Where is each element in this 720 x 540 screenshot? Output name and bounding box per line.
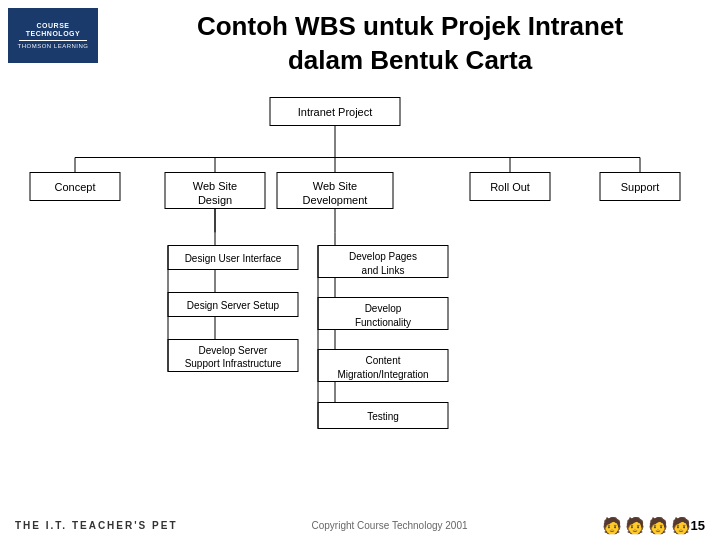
footer-copyright: Copyright Course Technology 2001 <box>178 520 602 531</box>
svg-text:Functionality: Functionality <box>355 317 411 328</box>
svg-text:Development: Development <box>303 194 368 206</box>
page-number: 15 <box>691 518 705 533</box>
svg-text:Design User Interface: Design User Interface <box>185 253 282 264</box>
logo-line2: THOMSON LEARNING <box>17 43 88 49</box>
svg-text:Develop Pages: Develop Pages <box>349 251 417 262</box>
svg-text:Testing: Testing <box>367 411 399 422</box>
title-text: Contoh WBS untuk Projek Intranet dalam B… <box>110 10 710 78</box>
svg-text:Develop Server: Develop Server <box>199 345 269 356</box>
svg-text:and Links: and Links <box>362 265 405 276</box>
figure-1: 🧑 <box>602 516 622 535</box>
svg-text:Concept: Concept <box>55 181 96 193</box>
logo-divider <box>19 40 88 41</box>
footer: THE I.T. TEACHER'S PET Copyright Course … <box>0 516 720 535</box>
svg-text:Develop: Develop <box>365 303 402 314</box>
page-title: Contoh WBS untuk Projek Intranet dalam B… <box>110 10 710 78</box>
svg-text:Content: Content <box>365 355 400 366</box>
figure-3: 🧑 <box>648 516 668 535</box>
svg-text:Roll Out: Roll Out <box>490 181 530 193</box>
svg-text:Web Site: Web Site <box>193 180 237 192</box>
footer-logo-text: THE I.T. TEACHER'S PET <box>15 520 178 531</box>
wbs-chart: Intranet Project Concept Web Site Design… <box>20 85 700 500</box>
svg-text:Migration/Integration: Migration/Integration <box>337 369 428 380</box>
svg-text:Design Server Setup: Design Server Setup <box>187 300 280 311</box>
footer-figures: 🧑 🧑 🧑 🧑 <box>602 516 691 535</box>
figure-4: 🧑 <box>671 516 691 535</box>
svg-text:Intranet Project: Intranet Project <box>298 106 373 118</box>
logo-line1: COURSETECHNOLOGY <box>26 22 80 39</box>
svg-text:Web Site: Web Site <box>313 180 357 192</box>
figure-2: 🧑 <box>625 516 645 535</box>
wbs-svg: Intranet Project Concept Web Site Design… <box>20 85 700 500</box>
svg-text:Support Infrastructure: Support Infrastructure <box>185 358 282 369</box>
svg-text:Design: Design <box>198 194 232 206</box>
svg-text:Support: Support <box>621 181 660 193</box>
company-logo: COURSETECHNOLOGY THOMSON LEARNING <box>8 8 98 63</box>
